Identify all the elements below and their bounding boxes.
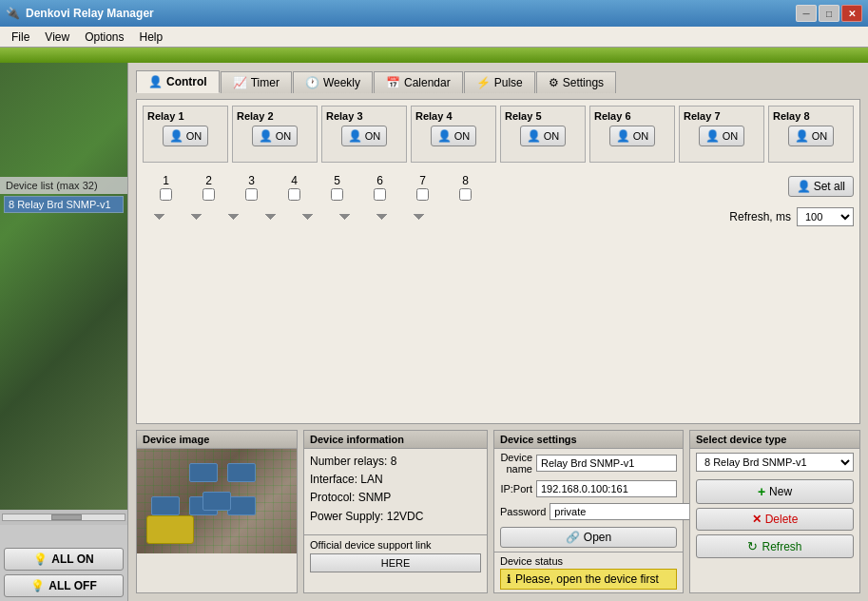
relay-1-label: Relay 1 (147, 110, 223, 122)
menu-options[interactable]: Options (77, 29, 131, 46)
num-item-3: 3 (230, 174, 273, 202)
relay-grid: Relay 1 👤 ON Relay 2 👤 ON Relay 3 👤 ON (143, 106, 854, 163)
device-list-item[interactable]: 8 Relay Brd SNMP-v1 (4, 196, 124, 213)
relay-4-checkbox[interactable] (288, 188, 300, 201)
relay-2-checkbox[interactable] (203, 188, 215, 201)
here-button[interactable]: HERE (310, 553, 481, 572)
select-device-header: Select device type (690, 431, 859, 449)
num-item-6: 6 (358, 174, 401, 202)
refresh-button[interactable]: ↻ Refresh (696, 534, 854, 558)
menu-help[interactable]: Help (132, 29, 171, 46)
relay-3-checkbox[interactable] (245, 188, 258, 201)
component-6 (203, 492, 231, 511)
open-label: Open (584, 531, 611, 544)
relay-6-label: Relay 6 (594, 110, 670, 122)
bottom-section: Device image Device information (136, 430, 860, 593)
calendar-tab-label: Calendar (404, 76, 451, 89)
link-icon: 🔗 (566, 531, 580, 544)
relay-6-on-button[interactable]: 👤 ON (609, 126, 656, 146)
num-item-2: 2 (187, 174, 230, 202)
relay-5-label: Relay 5 (505, 110, 581, 122)
relay-1-on-button[interactable]: 👤 ON (163, 126, 209, 146)
menu-file[interactable]: File (4, 29, 37, 46)
device-image-header: Device image (137, 431, 297, 449)
tab-calendar[interactable]: 📅 Calendar (374, 71, 463, 93)
content-area: 👤 Control 📈 Timer 🕐 Weekly 📅 Calendar ⚡ … (128, 63, 868, 601)
open-button[interactable]: 🔗 Open (500, 527, 677, 548)
relay-box-7: Relay 7 👤 ON (679, 106, 764, 163)
status-message: Please, open the device first (515, 572, 659, 586)
info-icon: ℹ (507, 572, 511, 586)
tab-bar: 👤 Control 📈 Timer 🕐 Weekly 📅 Calendar ⚡ … (136, 70, 860, 93)
ip-port-label: IP:Port (500, 483, 532, 494)
relay-7-on-button[interactable]: 👤 ON (699, 126, 745, 146)
device-info-header: Device information (304, 431, 487, 449)
refresh-ms-select[interactable]: 100 200 500 1000 (797, 207, 854, 226)
number-checkbox-row: 1 2 3 4 5 (143, 174, 788, 202)
device-type-select[interactable]: 8 Relay Brd SNMP-v1 (696, 453, 854, 472)
settings-tab-label: Settings (563, 76, 604, 89)
tab-settings[interactable]: ⚙ Settings (536, 71, 616, 93)
relay-8-icon: 👤 (795, 129, 809, 143)
title-bar-controls: ─ □ ✕ (796, 5, 862, 22)
component-1 (189, 463, 218, 482)
app-icon: 🔌 (6, 7, 20, 20)
new-button[interactable]: + New (696, 479, 854, 504)
green-stripe (0, 48, 868, 63)
set-all-icon: 👤 (797, 180, 811, 193)
weekly-tab-icon: 🕐 (305, 76, 319, 89)
pulse-icon-1: ⏷ (143, 206, 176, 227)
delete-label: Delete (765, 513, 799, 526)
relay-5-on-button[interactable]: 👤 ON (520, 126, 567, 146)
relay-8-on-button[interactable]: 👤 ON (788, 126, 835, 146)
relay-2-on-button[interactable]: 👤 ON (252, 126, 299, 146)
relay-5-checkbox[interactable] (331, 188, 343, 201)
relay-8-label: Relay 8 (773, 110, 849, 122)
tab-timer[interactable]: 📈 Timer (221, 71, 292, 93)
weekly-tab-label: Weekly (323, 76, 360, 89)
relay-3-on-button[interactable]: 👤 ON (341, 126, 388, 146)
ip-port-input[interactable] (536, 480, 677, 497)
device-name-label: Device name (500, 452, 532, 475)
tab-control[interactable]: 👤 Control (136, 70, 220, 93)
num-item-1: 1 (145, 174, 187, 202)
info-line-1: Number relays: 8 (310, 453, 481, 471)
select-device-panel: Select device type 8 Relay Brd SNMP-v1 +… (689, 430, 860, 593)
close-button[interactable]: ✕ (841, 5, 862, 22)
tab-pulse[interactable]: ⚡ Pulse (464, 71, 535, 93)
title-bar-left: 🔌 Denkovi Relay Manager (6, 7, 154, 20)
device-status-section: Device status ℹ Please, open the device … (494, 552, 683, 592)
menu-view[interactable]: View (37, 29, 77, 46)
sidebar-content: Device list (max 32) 8 Relay Brd SNMP-v1 (0, 63, 127, 601)
calendar-tab-icon: 📅 (386, 76, 400, 89)
pulse-icon-3: ⏷ (217, 206, 250, 227)
relay-8-checkbox[interactable] (459, 188, 472, 201)
device-name-input[interactable] (536, 455, 677, 472)
delete-button[interactable]: ✕ Delete (696, 508, 854, 531)
relay-4-on-button[interactable]: 👤 ON (431, 126, 477, 146)
maximize-button[interactable]: □ (819, 5, 839, 22)
component-5 (227, 496, 256, 515)
relay-box-4: Relay 4 👤 ON (411, 106, 496, 163)
pulse-icon-6: ⏷ (328, 206, 361, 227)
relay-7-checkbox[interactable] (416, 188, 429, 201)
minimize-button[interactable]: ─ (796, 5, 817, 22)
relay-2-label: Relay 2 (237, 110, 313, 122)
relay-6-checkbox[interactable] (374, 188, 386, 201)
yellow-component (146, 515, 194, 544)
pulse-icon-5: ⏷ (291, 206, 324, 227)
title-bar: 🔌 Denkovi Relay Manager ─ □ ✕ (0, 0, 868, 27)
device-image-panel: Device image (136, 430, 298, 593)
tab-weekly[interactable]: 🕐 Weekly (293, 71, 373, 93)
device-name-row: Device name (494, 449, 683, 477)
component-3 (151, 496, 180, 515)
password-input[interactable] (550, 503, 690, 520)
relay-1-checkbox[interactable] (160, 188, 172, 201)
set-all-row: 👤 Set all (788, 176, 854, 197)
control-tab-label: Control (166, 75, 207, 88)
set-all-button[interactable]: 👤 Set all (788, 176, 854, 197)
control-tab-icon: 👤 (148, 75, 163, 88)
pulse-row: ⏷ ⏷ ⏷ ⏷ ⏷ ⏷ ⏷ ⏷ Refresh, ms 100 200 500 … (143, 202, 854, 232)
main-layout: Device list (max 32) 8 Relay Brd SNMP-v1… (0, 63, 868, 601)
pulse-icon-2: ⏷ (180, 206, 213, 227)
